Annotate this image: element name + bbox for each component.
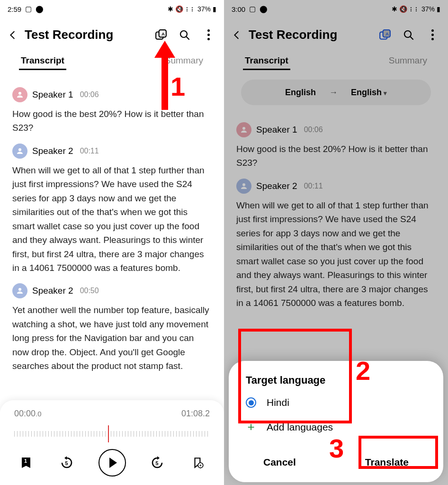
speaker-name: Speaker 2: [32, 146, 73, 156]
speaker-name: Speaker 2: [32, 286, 73, 296]
signal-icon: ⫶: [190, 5, 194, 13]
page-title: Test Recording: [249, 27, 377, 42]
message-time: 00:06: [304, 126, 323, 134]
screen-left: 2:59 ▢ ⬤ ✱ 🔇 ⫶ ⫶ 37% ▮ Test Recording A: [0, 0, 224, 485]
player-bar: 00:00.0 01:08.2 5 5 +: [0, 400, 224, 485]
add-languages-row[interactable]: + Add languages: [229, 411, 443, 436]
play-button[interactable]: [99, 449, 126, 476]
message-header: Speaker 2 00:11: [236, 179, 436, 194]
app-header: Test Recording A: [0, 18, 224, 49]
gallery-icon: ▢: [249, 5, 256, 13]
message-header: Speaker 2 00:50: [12, 283, 212, 298]
translate-button[interactable]: Translate: [356, 452, 418, 473]
avatar-icon: [236, 179, 251, 194]
radio-selected-icon: [246, 397, 256, 408]
message-time: 00:06: [80, 90, 99, 99]
tabs: Transcript Summary: [0, 53, 224, 70]
message-text: When will we get to all of that 1 step f…: [12, 163, 212, 275]
avatar-icon: [12, 144, 27, 159]
battery-icon: ▮: [437, 5, 440, 13]
battery-pct: 37%: [421, 5, 435, 13]
search-icon[interactable]: [179, 29, 191, 41]
waveform[interactable]: [14, 425, 210, 442]
app-header: Test Recording A: [224, 18, 448, 49]
target-language-sheet: Target language Hindi + Add languages Ca…: [229, 361, 443, 482]
message-time: 00:11: [80, 147, 99, 155]
status-bar: 2:59 ▢ ⬤ ✱ 🔇 ⫶ ⫶ 37% ▮: [0, 0, 224, 18]
speaker-name: Speaker 2: [256, 181, 297, 191]
bluetooth-icon: ✱: [392, 5, 397, 13]
bluetooth-icon: ✱: [168, 5, 173, 13]
tab-transcript[interactable]: Transcript: [243, 53, 290, 70]
add-languages-label: Add languages: [267, 422, 333, 433]
message-header: Speaker 1 00:06: [236, 122, 436, 137]
lang-to: English▾: [351, 88, 387, 98]
message-text: How good is the best 20%? How is it bett…: [236, 142, 436, 170]
chevron-down-icon: ▾: [384, 90, 387, 97]
battery-pct: 37%: [197, 5, 211, 13]
page-title: Test Recording: [25, 27, 153, 42]
message-text: Yet another well the number top feature,…: [12, 303, 212, 373]
svg-text:A: A: [385, 31, 389, 36]
avatar-icon: [12, 87, 27, 102]
wifi-icon: ⫶: [185, 5, 188, 13]
translate-icon[interactable]: A: [379, 29, 391, 41]
message-time: 00:50: [80, 287, 99, 295]
bulb-icon: ⬤: [260, 5, 268, 13]
gallery-icon: ▢: [25, 5, 32, 13]
more-icon[interactable]: [202, 29, 215, 41]
lang-from: English: [285, 88, 316, 98]
svg-point-18: [242, 183, 245, 186]
status-bar: 3:00 ▢ ⬤ ✱ 🔇 ⫶ ⫶ 37% ▮: [224, 0, 448, 18]
language-selector[interactable]: English → English▾: [241, 80, 431, 105]
more-icon[interactable]: [426, 29, 439, 41]
svg-line-16: [410, 36, 413, 39]
svg-point-7: [18, 288, 21, 291]
bulb-icon: ⬤: [36, 5, 44, 13]
svg-line-4: [186, 36, 189, 39]
search-icon[interactable]: [403, 29, 415, 41]
rewind-5-button[interactable]: 5: [58, 454, 76, 472]
back-icon[interactable]: [7, 29, 19, 41]
arrow-right-icon: →: [329, 88, 338, 98]
message-header: Speaker 1 00:06: [12, 87, 212, 102]
bookmark-button[interactable]: [17, 454, 35, 472]
status-time: 2:59: [8, 5, 21, 13]
svg-text:5: 5: [65, 460, 68, 466]
sheet-title: Target language: [229, 374, 443, 386]
current-time: 00:00.0: [14, 409, 42, 419]
mute-icon: 🔇: [175, 5, 183, 13]
speaker-name: Speaker 1: [256, 125, 297, 135]
total-time: 01:08.2: [181, 409, 210, 419]
cancel-button[interactable]: Cancel: [254, 452, 305, 473]
language-option-hindi[interactable]: Hindi: [229, 386, 443, 411]
avatar-icon: [12, 283, 27, 298]
tab-transcript[interactable]: Transcript: [19, 53, 66, 70]
svg-point-5: [18, 92, 21, 95]
language-option-label: Hindi: [267, 397, 289, 408]
message-text: When will we get to all of that 1 step f…: [236, 198, 436, 310]
bookmark-add-button[interactable]: +: [189, 454, 207, 472]
speaker-name: Speaker 1: [32, 90, 73, 100]
status-time: 3:00: [232, 5, 245, 13]
plus-icon: +: [246, 422, 256, 432]
battery-icon: ▮: [213, 5, 216, 13]
transcript-list: Speaker 1 00:06 How good is the best 20%…: [224, 105, 448, 310]
screen-right: 3:00 ▢ ⬤ ✱ 🔇 ⫶ ⫶ 37% ▮ Test Recording A: [224, 0, 448, 485]
back-icon[interactable]: [231, 29, 243, 41]
tab-summary[interactable]: Summary: [387, 53, 429, 70]
mute-icon: 🔇: [399, 5, 407, 13]
translate-icon[interactable]: A: [155, 29, 167, 41]
svg-point-17: [242, 127, 245, 130]
svg-text:+: +: [199, 463, 202, 468]
tabs: Transcript Summary: [224, 53, 448, 70]
wifi-icon: ⫶: [409, 5, 412, 13]
signal-icon: ⫶: [414, 5, 418, 13]
tab-summary[interactable]: Summary: [163, 53, 205, 70]
message-time: 00:11: [304, 182, 323, 190]
forward-5-button[interactable]: 5: [148, 454, 166, 472]
avatar-icon: [236, 122, 251, 137]
svg-point-6: [18, 148, 21, 151]
svg-text:5: 5: [156, 460, 159, 466]
message-header: Speaker 2 00:11: [12, 144, 212, 159]
